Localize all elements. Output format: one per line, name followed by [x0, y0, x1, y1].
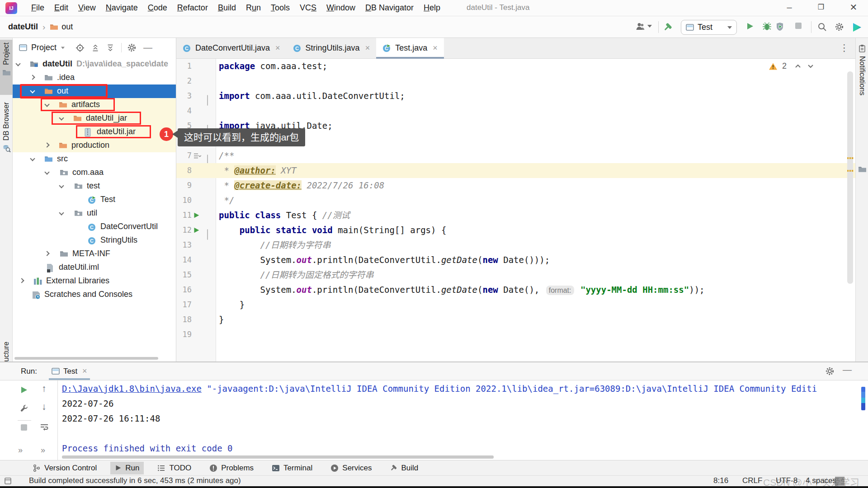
code-line-14[interactable]: 14 System.out.println(DateConvertUtil.ge… [176, 253, 855, 267]
tree-row-external-libraries[interactable]: External Libraries [13, 274, 176, 288]
toolwindow-button-todo[interactable]: TODO [153, 462, 196, 474]
settings-gear-icon[interactable] [835, 22, 844, 32]
maximize-button[interactable]: ❐ [813, 0, 829, 15]
close-icon[interactable]: × [275, 43, 280, 53]
tree-row-util[interactable]: util [13, 206, 176, 220]
line-number[interactable]: 11 [176, 208, 192, 223]
tree-row-test[interactable]: CTest [13, 193, 176, 206]
menu-db-navigator[interactable]: DB Navigator [360, 0, 419, 16]
menu-view[interactable]: View [73, 0, 101, 16]
editor-tab-test-java[interactable]: CTest.java× [376, 38, 444, 58]
menu-help[interactable]: Help [419, 0, 445, 16]
horizontal-scrollbar[interactable] [62, 455, 494, 459]
line-number[interactable]: 7 [176, 148, 192, 163]
rerun-button[interactable] [20, 386, 28, 394]
line-number[interactable]: 9 [176, 178, 192, 193]
code-line-15[interactable]: 15 //日期转为固定格式的字符串 [176, 267, 855, 282]
select-opened-file-icon[interactable] [75, 43, 85, 52]
close-icon[interactable]: × [365, 43, 370, 53]
inspections-widget[interactable]: 2 [769, 61, 814, 71]
console-link[interactable]: D:\Java\jdk1.8\bin\java.exe [62, 384, 202, 394]
horizontal-scrollbar[interactable] [14, 357, 158, 360]
code-line-2[interactable]: 2 [176, 74, 855, 89]
run-console[interactable]: D:\Java\jdk1.8\bin\java.exe "-javaagent:… [58, 381, 868, 454]
more-actions-icon[interactable]: » [41, 446, 44, 455]
menu-edit[interactable]: Edit [49, 0, 73, 16]
project-panel-title[interactable]: Project [31, 43, 57, 52]
arrow-up-icon[interactable]: ↑ [42, 383, 47, 394]
indent-style[interactable]: 4 spaces [806, 476, 836, 485]
tree-row-scratches-and-consoles[interactable]: Scratches and Consoles [13, 288, 176, 301]
tree-row-artifacts[interactable]: artifacts [13, 98, 176, 112]
debug-button[interactable] [762, 22, 772, 31]
menu-run[interactable]: Run [241, 0, 266, 16]
code-line-11[interactable]: 11public class Test { //测试 [176, 208, 855, 223]
stop-button[interactable] [795, 22, 802, 29]
code-line-13[interactable]: 13 //日期转为字符串 [176, 238, 855, 253]
chevron-right-icon[interactable] [44, 142, 49, 147]
chevron-up-icon[interactable] [795, 64, 801, 68]
menu-window[interactable]: Window [321, 0, 360, 16]
more-actions-icon[interactable]: » [18, 446, 22, 455]
editor-tab-stringutils-java[interactable]: CStringUtils.java× [287, 38, 377, 58]
chevron-down-icon[interactable] [61, 47, 65, 49]
editor-scrollbar[interactable] [847, 71, 853, 284]
line-number[interactable]: 2 [176, 74, 192, 89]
close-icon[interactable]: × [433, 43, 438, 53]
sidebar-tab-folder[interactable] [856, 163, 868, 176]
menu-build[interactable]: Build [213, 0, 241, 16]
tree-row-stringutils[interactable]: CStringUtils [13, 234, 176, 247]
tree-row-src[interactable]: src [13, 152, 176, 166]
menu-tools[interactable]: Tools [266, 0, 295, 16]
warning-stripe-mark[interactable] [847, 170, 854, 172]
run-configuration-select[interactable]: Test [681, 20, 737, 35]
line-number[interactable]: 14 [176, 253, 192, 267]
line-number[interactable]: 12 [176, 223, 192, 238]
gear-icon[interactable] [825, 366, 835, 376]
line-number[interactable]: 19 [176, 327, 192, 342]
sidebar-tab-notifications[interactable]: Notifications [856, 42, 868, 159]
file-encoding[interactable]: UTF-8 [776, 476, 797, 485]
tree-row-out[interactable]: out [13, 84, 176, 98]
menu-refactor[interactable]: Refactor [172, 0, 213, 16]
tree-row-dateutil-jar[interactable]: dateUtil_jar [13, 112, 176, 125]
stop-button[interactable] [20, 424, 28, 431]
code-line-17[interactable]: 17 } [176, 297, 855, 312]
soft-wrap-icon[interactable] [40, 423, 49, 431]
code-line-9[interactable]: 9 * @create-date: 2022/7/26 16:08 [176, 178, 855, 193]
run-gutter-icon[interactable] [193, 212, 200, 219]
sidebar-tab-db-browser[interactable]: DB Browser [0, 99, 13, 167]
arrow-down-icon[interactable]: ↓ [42, 401, 47, 412]
tree-row-com-aaa[interactable]: com.aaa [13, 166, 176, 179]
expand-all-icon[interactable] [91, 44, 99, 52]
chevron-down-icon[interactable] [30, 88, 35, 93]
editor-tab-dateconvertutil-java[interactable]: CDateConvertUtil.java× [176, 38, 287, 58]
line-number[interactable]: 10 [176, 193, 192, 208]
code-line-16[interactable]: 16 System.out.println(DateConvertUtil.ge… [176, 282, 855, 297]
toolwindow-button-run[interactable]: Run [110, 462, 144, 474]
close-icon[interactable]: × [82, 366, 87, 376]
chevron-down-icon[interactable] [59, 183, 64, 188]
collapse-all-icon[interactable] [106, 44, 114, 52]
tree-row-dateutil-iml[interactable]: dateUtil.iml [13, 261, 176, 274]
code-line-19[interactable]: 19 [176, 327, 855, 342]
line-number[interactable]: 18 [176, 312, 192, 327]
breadcrumb-project[interactable]: dateUtil [8, 22, 38, 32]
hide-panel-icon[interactable]: — [843, 365, 852, 375]
tree-row-meta-inf[interactable]: META-INF [13, 247, 176, 261]
code-line-8[interactable]: 8 * @author: XYT [176, 163, 855, 178]
breadcrumb-folder[interactable]: out [50, 22, 73, 32]
tree-row-production[interactable]: production [13, 139, 176, 152]
line-number[interactable]: 16 [176, 282, 192, 297]
toolwindow-button-version-control[interactable]: Version Control [28, 462, 101, 474]
code-line-12[interactable]: 12 public static void main(String[] args… [176, 223, 855, 238]
line-number[interactable]: 1 [176, 59, 192, 74]
code-editor[interactable]: 1package com.aaa.test;23import com.aaa.u… [176, 59, 855, 361]
menu-vcs[interactable]: VCS [295, 0, 321, 16]
gear-icon[interactable] [121, 43, 137, 52]
chevron-down-icon[interactable] [44, 102, 49, 107]
plugin-colorful-icon[interactable] [852, 22, 862, 33]
code-line-18[interactable]: 18} [176, 312, 855, 327]
doc-render-icon[interactable] [193, 153, 201, 159]
code-line-7[interactable]: 7/** [176, 148, 855, 163]
